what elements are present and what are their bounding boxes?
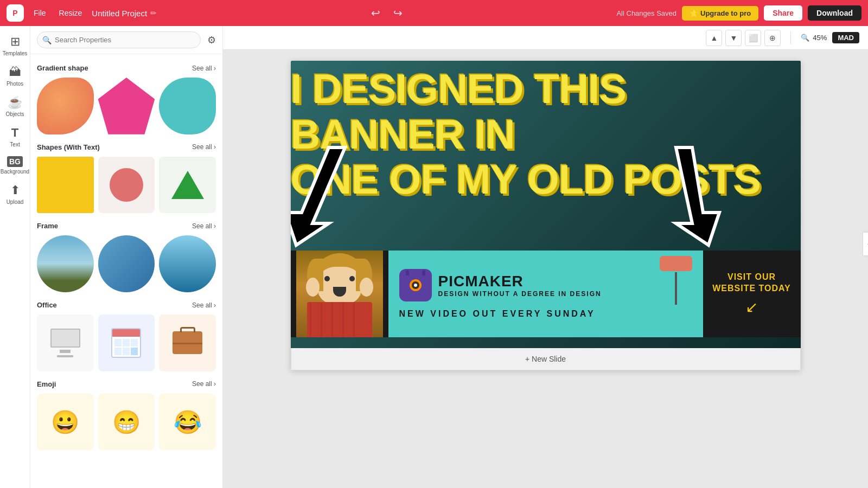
sidebar-item-text[interactable]: T Text	[2, 121, 29, 150]
layer-up-button[interactable]: ▲	[706, 30, 722, 46]
download-button[interactable]: Download	[808, 5, 861, 21]
text-icon: T	[11, 126, 18, 140]
banner-center-teal: PICMAKER DESIGN WITHOUT A DEGREE IN DESI…	[388, 251, 703, 337]
saved-status: All Changes Saved	[616, 9, 676, 17]
gradient-shape-item-3[interactable]	[159, 78, 216, 134]
sidebar-icons: ⊞ Templates 🏔 Photos ☕ Objects T Text BG…	[0, 26, 30, 488]
mad-badge: MAD	[832, 32, 859, 43]
monster-logo	[399, 269, 432, 301]
gradient-shape-title: Gradient shape	[37, 64, 88, 72]
frame-section-header: Frame See all ›	[37, 222, 216, 230]
emoji-item-2[interactable]: 😁	[98, 394, 155, 451]
gradient-shape-item-2[interactable]	[98, 78, 155, 134]
zoom-icon: 🔍	[801, 34, 809, 42]
sidebar-item-objects[interactable]: ☕ Objects	[2, 91, 29, 119]
menu-resize[interactable]: Resize	[54, 7, 88, 20]
banner-left-dark	[291, 251, 388, 337]
sidebar-item-background[interactable]: BG Background	[2, 152, 29, 177]
topbar-menu: File Resize	[28, 7, 87, 20]
emoji-see-all[interactable]: See all ›	[192, 380, 216, 388]
canvas-scroll[interactable]: I DESIGNED THIS BANNER IN ONE OF MY OLD …	[223, 50, 868, 488]
canvas-wrapper: I DESIGNED THIS BANNER IN ONE OF MY OLD …	[291, 61, 801, 370]
project-title[interactable]: Untitled Project	[92, 9, 147, 18]
background-icon: BG	[7, 156, 23, 167]
project-title-area: Untitled Project ✏	[92, 9, 157, 18]
office-item-briefcase[interactable]	[159, 314, 216, 371]
yellow-arrow-icon: ↙	[745, 298, 758, 316]
star-icon: ⭐	[690, 9, 698, 17]
redo-button[interactable]: ↪	[393, 7, 403, 20]
topbar-center: ↩ ↪	[161, 7, 612, 20]
banner-title-text: PICMAKER DESIGN WITHOUT A DEGREE IN DESI…	[438, 273, 602, 298]
emoji-section-header: Emoji See all ›	[37, 380, 216, 388]
sidebar-item-templates[interactable]: ⊞ Templates	[2, 30, 29, 59]
topbar: P File Resize Untitled Project ✏ ↩ ↪ All…	[0, 0, 868, 26]
upgrade-button[interactable]: ⭐ Upgrade to pro	[682, 6, 758, 21]
frame-grid	[37, 235, 216, 292]
new-slide-button[interactable]: + New Slide	[291, 348, 801, 370]
edit-title-icon[interactable]: ✏	[150, 9, 157, 17]
banner-person	[296, 251, 383, 337]
gradient-shape-item-1[interactable]	[37, 78, 94, 134]
templates-icon: ⊞	[10, 35, 20, 49]
canvas-toolbar-icons: ▲ ▼ ⬜ ⊕	[706, 30, 781, 46]
photos-icon: 🏔	[9, 65, 21, 79]
frame-item-2[interactable]	[98, 235, 155, 292]
emoji-grid: 😀 😁 😂	[37, 394, 216, 451]
frame-button[interactable]: ⬜	[745, 30, 761, 46]
office-item-calendar[interactable]	[98, 314, 155, 371]
shape-text-item-2[interactable]	[98, 157, 155, 214]
left-arrow	[291, 147, 361, 247]
visit-text: VISIT OURWEBSITE TODAY	[712, 272, 791, 294]
search-icon: 🔍	[42, 36, 52, 44]
office-see-all[interactable]: See all ›	[192, 301, 216, 309]
shapes-text-grid	[37, 157, 216, 214]
canvas-inner[interactable]: I DESIGNED THIS BANNER IN ONE OF MY OLD …	[291, 61, 801, 348]
app-logo: P	[7, 4, 24, 22]
share-button[interactable]: Share	[764, 5, 802, 21]
left-panel: 🔍 ⚙ Gradient shape See all › Shapes (Wit…	[30, 26, 223, 488]
frame-see-all[interactable]: See all ›	[192, 222, 216, 230]
layer-down-button[interactable]: ▼	[725, 30, 742, 46]
shapes-text-see-all[interactable]: See all ›	[192, 143, 216, 151]
canvas-toolbar: ▲ ▼ ⬜ ⊕ 🔍 45% MAD	[223, 26, 868, 50]
paint-roller	[660, 256, 692, 305]
frame-item-1[interactable]	[37, 235, 94, 292]
main-content: ⊞ Templates 🏔 Photos ☕ Objects T Text BG…	[0, 26, 868, 488]
zoom-control: 🔍 45%	[801, 34, 827, 42]
add-frame-button[interactable]: ⊕	[764, 30, 781, 46]
gradient-shape-see-all[interactable]: See all ›	[192, 65, 216, 72]
shapes-text-section-header: Shapes (With Text) See all ›	[37, 143, 216, 151]
frame-item-3[interactable]	[159, 235, 216, 292]
upload-icon: ⬆	[10, 183, 20, 197]
banner-strip: PICMAKER DESIGN WITHOUT A DEGREE IN DESI…	[291, 251, 801, 337]
shape-text-item-1[interactable]	[37, 157, 94, 214]
panel-scroll: Gradient shape See all › Shapes (With Te…	[30, 54, 222, 488]
undo-button[interactable]: ↩	[371, 7, 380, 20]
gradient-shape-section-header: Gradient shape See all ›	[37, 64, 216, 72]
shapes-text-title: Shapes (With Text)	[37, 143, 100, 151]
banner-tagline: NEW VIDEO OUT EVERY SUNDAY	[399, 309, 692, 319]
sidebar-item-upload[interactable]: ⬆ Upload	[2, 179, 29, 207]
sidebar-item-photos[interactable]: 🏔 Photos	[2, 61, 29, 89]
emoji-item-3[interactable]: 😂	[159, 394, 216, 451]
office-grid	[37, 314, 216, 371]
big-text-overlay: I DESIGNED THIS BANNER IN ONE OF MY OLD …	[291, 61, 801, 208]
emoji-item-1[interactable]: 😀	[37, 394, 94, 451]
emoji-title: Emoji	[37, 380, 56, 388]
menu-file[interactable]: File	[28, 7, 52, 20]
search-input[interactable]	[37, 31, 201, 48]
canvas-area: ▲ ▼ ⬜ ⊕ 🔍 45% MAD I DESIGNED THIS BANNER…	[223, 26, 868, 488]
topbar-right: All Changes Saved ⭐ Upgrade to pro Share…	[616, 5, 861, 21]
big-text-line2[interactable]: ONE OF MY OLD POSTS	[291, 157, 790, 202]
office-section-header: Office See all ›	[37, 301, 216, 309]
gradient-shape-grid	[37, 78, 216, 134]
office-item-monitor[interactable]	[37, 314, 94, 371]
frame-title: Frame	[37, 222, 58, 230]
right-arrow	[649, 147, 719, 247]
shape-text-item-3[interactable]	[159, 157, 216, 214]
office-title: Office	[37, 301, 57, 309]
filter-icon[interactable]: ⚙	[207, 34, 216, 46]
zoom-value: 45%	[813, 34, 827, 42]
big-text-line1[interactable]: I DESIGNED THIS BANNER IN	[291, 66, 790, 157]
